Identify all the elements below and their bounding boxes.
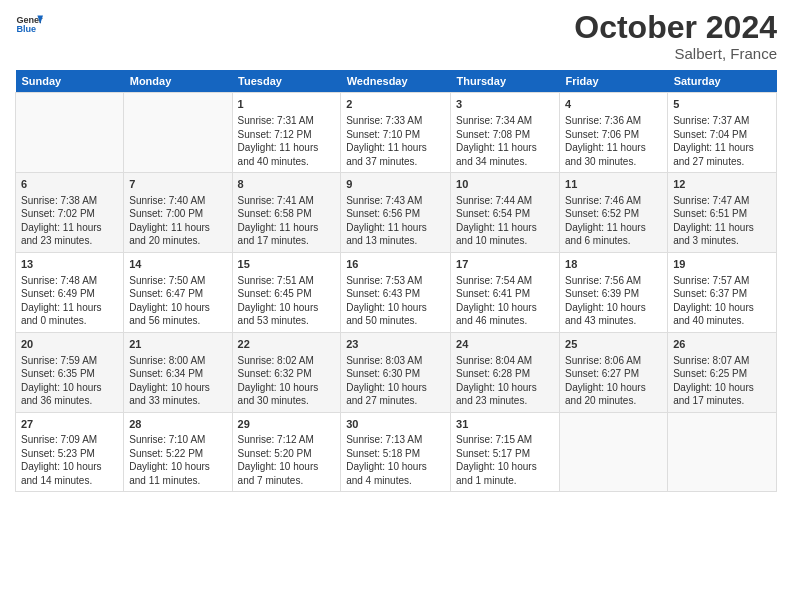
day-cell-21: 21Sunrise: 8:00 AMSunset: 6:34 PMDayligh… bbox=[124, 332, 232, 412]
sunset-text: Sunset: 7:08 PM bbox=[456, 129, 530, 140]
sunset-text: Sunset: 6:32 PM bbox=[238, 368, 312, 379]
daylight-text: Daylight: 10 hours and 30 minutes. bbox=[238, 382, 319, 407]
daylight-text: Daylight: 10 hours and 17 minutes. bbox=[673, 382, 754, 407]
day-cell-27: 27Sunrise: 7:09 AMSunset: 5:23 PMDayligh… bbox=[16, 412, 124, 492]
day-number: 1 bbox=[238, 97, 336, 112]
sunset-text: Sunset: 7:00 PM bbox=[129, 208, 203, 219]
day-number: 12 bbox=[673, 177, 771, 192]
sunset-text: Sunset: 6:43 PM bbox=[346, 288, 420, 299]
day-cell-20: 20Sunrise: 7:59 AMSunset: 6:35 PMDayligh… bbox=[16, 332, 124, 412]
sunset-text: Sunset: 5:22 PM bbox=[129, 448, 203, 459]
week-row-3: 13Sunrise: 7:48 AMSunset: 6:49 PMDayligh… bbox=[16, 252, 777, 332]
day-number: 8 bbox=[238, 177, 336, 192]
week-row-2: 6Sunrise: 7:38 AMSunset: 7:02 PMDaylight… bbox=[16, 173, 777, 253]
daylight-text: Daylight: 10 hours and 40 minutes. bbox=[673, 302, 754, 327]
daylight-text: Daylight: 11 hours and 10 minutes. bbox=[456, 222, 537, 247]
day-cell-11: 11Sunrise: 7:46 AMSunset: 6:52 PMDayligh… bbox=[560, 173, 668, 253]
daylight-text: Daylight: 11 hours and 37 minutes. bbox=[346, 142, 427, 167]
sunset-text: Sunset: 6:37 PM bbox=[673, 288, 747, 299]
day-number: 17 bbox=[456, 257, 554, 272]
sunrise-text: Sunrise: 7:53 AM bbox=[346, 275, 422, 286]
day-header-sunday: Sunday bbox=[16, 70, 124, 93]
sunrise-text: Sunrise: 7:36 AM bbox=[565, 115, 641, 126]
sunrise-text: Sunrise: 7:37 AM bbox=[673, 115, 749, 126]
daylight-text: Daylight: 11 hours and 3 minutes. bbox=[673, 222, 754, 247]
day-cell-18: 18Sunrise: 7:56 AMSunset: 6:39 PMDayligh… bbox=[560, 252, 668, 332]
daylight-text: Daylight: 10 hours and 36 minutes. bbox=[21, 382, 102, 407]
sunrise-text: Sunrise: 7:43 AM bbox=[346, 195, 422, 206]
sunrise-text: Sunrise: 7:54 AM bbox=[456, 275, 532, 286]
day-header-saturday: Saturday bbox=[668, 70, 777, 93]
header-row: SundayMondayTuesdayWednesdayThursdayFrid… bbox=[16, 70, 777, 93]
daylight-text: Daylight: 11 hours and 27 minutes. bbox=[673, 142, 754, 167]
sunset-text: Sunset: 6:34 PM bbox=[129, 368, 203, 379]
sunrise-text: Sunrise: 7:15 AM bbox=[456, 434, 532, 445]
empty-cell bbox=[560, 412, 668, 492]
day-number: 5 bbox=[673, 97, 771, 112]
sunset-text: Sunset: 6:45 PM bbox=[238, 288, 312, 299]
sunset-text: Sunset: 6:28 PM bbox=[456, 368, 530, 379]
daylight-text: Daylight: 11 hours and 6 minutes. bbox=[565, 222, 646, 247]
week-row-4: 20Sunrise: 7:59 AMSunset: 6:35 PMDayligh… bbox=[16, 332, 777, 412]
sunrise-text: Sunrise: 7:10 AM bbox=[129, 434, 205, 445]
day-number: 27 bbox=[21, 417, 118, 432]
day-number: 31 bbox=[456, 417, 554, 432]
empty-cell bbox=[16, 93, 124, 173]
daylight-text: Daylight: 10 hours and 1 minute. bbox=[456, 461, 537, 486]
day-number: 21 bbox=[129, 337, 226, 352]
sunrise-text: Sunrise: 7:09 AM bbox=[21, 434, 97, 445]
week-row-1: 1Sunrise: 7:31 AMSunset: 7:12 PMDaylight… bbox=[16, 93, 777, 173]
day-cell-23: 23Sunrise: 8:03 AMSunset: 6:30 PMDayligh… bbox=[341, 332, 451, 412]
daylight-text: Daylight: 10 hours and 11 minutes. bbox=[129, 461, 210, 486]
day-cell-28: 28Sunrise: 7:10 AMSunset: 5:22 PMDayligh… bbox=[124, 412, 232, 492]
daylight-text: Daylight: 11 hours and 23 minutes. bbox=[21, 222, 102, 247]
sunrise-text: Sunrise: 7:59 AM bbox=[21, 355, 97, 366]
daylight-text: Daylight: 11 hours and 17 minutes. bbox=[238, 222, 319, 247]
daylight-text: Daylight: 11 hours and 34 minutes. bbox=[456, 142, 537, 167]
sunset-text: Sunset: 7:06 PM bbox=[565, 129, 639, 140]
logo-icon: General Blue bbox=[15, 10, 43, 38]
daylight-text: Daylight: 10 hours and 56 minutes. bbox=[129, 302, 210, 327]
daylight-text: Daylight: 11 hours and 13 minutes. bbox=[346, 222, 427, 247]
day-cell-26: 26Sunrise: 8:07 AMSunset: 6:25 PMDayligh… bbox=[668, 332, 777, 412]
day-cell-31: 31Sunrise: 7:15 AMSunset: 5:17 PMDayligh… bbox=[451, 412, 560, 492]
sunset-text: Sunset: 5:18 PM bbox=[346, 448, 420, 459]
sunset-text: Sunset: 5:23 PM bbox=[21, 448, 95, 459]
sunrise-text: Sunrise: 7:34 AM bbox=[456, 115, 532, 126]
day-cell-19: 19Sunrise: 7:57 AMSunset: 6:37 PMDayligh… bbox=[668, 252, 777, 332]
sunrise-text: Sunrise: 8:02 AM bbox=[238, 355, 314, 366]
sunrise-text: Sunrise: 7:44 AM bbox=[456, 195, 532, 206]
week-row-5: 27Sunrise: 7:09 AMSunset: 5:23 PMDayligh… bbox=[16, 412, 777, 492]
title-block: October 2024 Salbert, France bbox=[574, 10, 777, 62]
day-cell-10: 10Sunrise: 7:44 AMSunset: 6:54 PMDayligh… bbox=[451, 173, 560, 253]
day-number: 16 bbox=[346, 257, 445, 272]
day-number: 26 bbox=[673, 337, 771, 352]
day-cell-9: 9Sunrise: 7:43 AMSunset: 6:56 PMDaylight… bbox=[341, 173, 451, 253]
sunrise-text: Sunrise: 7:57 AM bbox=[673, 275, 749, 286]
day-number: 3 bbox=[456, 97, 554, 112]
sunset-text: Sunset: 6:51 PM bbox=[673, 208, 747, 219]
empty-cell bbox=[124, 93, 232, 173]
day-cell-2: 2Sunrise: 7:33 AMSunset: 7:10 PMDaylight… bbox=[341, 93, 451, 173]
header: General Blue October 2024 Salbert, Franc… bbox=[15, 10, 777, 62]
day-number: 25 bbox=[565, 337, 662, 352]
day-cell-5: 5Sunrise: 7:37 AMSunset: 7:04 PMDaylight… bbox=[668, 93, 777, 173]
day-number: 23 bbox=[346, 337, 445, 352]
day-cell-7: 7Sunrise: 7:40 AMSunset: 7:00 PMDaylight… bbox=[124, 173, 232, 253]
day-header-thursday: Thursday bbox=[451, 70, 560, 93]
daylight-text: Daylight: 11 hours and 0 minutes. bbox=[21, 302, 102, 327]
sunset-text: Sunset: 6:35 PM bbox=[21, 368, 95, 379]
sunset-text: Sunset: 6:39 PM bbox=[565, 288, 639, 299]
day-number: 11 bbox=[565, 177, 662, 192]
sunrise-text: Sunrise: 8:06 AM bbox=[565, 355, 641, 366]
day-header-tuesday: Tuesday bbox=[232, 70, 341, 93]
day-cell-15: 15Sunrise: 7:51 AMSunset: 6:45 PMDayligh… bbox=[232, 252, 341, 332]
sunset-text: Sunset: 6:47 PM bbox=[129, 288, 203, 299]
day-number: 29 bbox=[238, 417, 336, 432]
sunset-text: Sunset: 6:58 PM bbox=[238, 208, 312, 219]
sunset-text: Sunset: 7:04 PM bbox=[673, 129, 747, 140]
sunrise-text: Sunrise: 7:31 AM bbox=[238, 115, 314, 126]
sunset-text: Sunset: 6:56 PM bbox=[346, 208, 420, 219]
sunrise-text: Sunrise: 7:13 AM bbox=[346, 434, 422, 445]
day-number: 18 bbox=[565, 257, 662, 272]
